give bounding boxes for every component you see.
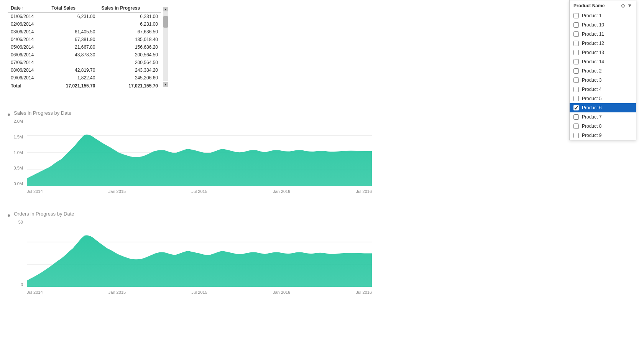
row-sales-progress: 156,686.20 <box>98 43 161 51</box>
filter-checkbox[interactable] <box>573 105 579 110</box>
col-total-sales[interactable]: Total Sales <box>49 4 99 13</box>
filter-checkbox[interactable] <box>573 133 579 138</box>
table-row: 09/06/2014 1,822.40 245,206.60 <box>8 74 161 82</box>
chart1-section: Sales in Progress by Date 2.0M 1.5M 1.0M… <box>8 110 560 196</box>
row-date: 08/06/2014 <box>8 66 49 74</box>
filter-item-label: Product 2 <box>582 68 601 74</box>
row-date: 05/06/2014 <box>8 43 49 51</box>
filter-header: Product Name ◇ ▼ <box>570 0 636 11</box>
chart1-title: Sales in Progress by Date <box>14 110 71 116</box>
filter-checkbox[interactable] <box>573 50 579 55</box>
chart1-container: 2.0M 1.5M 1.0M 0.5M 0.0M <box>8 119 372 196</box>
row-total-sales <box>49 59 99 66</box>
filter-item[interactable]: Product 2 <box>570 66 636 76</box>
table-area: Date Total Sales Sales in Progress 01/06… <box>8 4 161 97</box>
filter-checkbox[interactable] <box>573 59 579 64</box>
dropdown-icon[interactable]: ▼ <box>627 3 632 8</box>
filter-item-label: Product 11 <box>582 31 604 37</box>
col-date[interactable]: Date <box>8 4 49 13</box>
filter-item[interactable]: Product 12 <box>570 39 636 48</box>
filter-item[interactable]: Product 10 <box>570 20 636 30</box>
row-total-sales: 43,878.30 <box>49 51 99 59</box>
scroll-track <box>163 12 168 81</box>
chart1-x-labels: Jul 2014 Jan 2015 Jul 2015 Jan 2016 Jul … <box>27 187 372 196</box>
table-row: 04/06/2014 67,381.90 135,018.40 <box>8 36 161 43</box>
filter-item-label: Product 13 <box>582 50 604 55</box>
filter-item[interactable]: Product 6 <box>570 103 636 112</box>
chart2-section: Orders in Progress by Date 50 0 <box>8 211 560 296</box>
filter-item[interactable]: Product 13 <box>570 48 636 57</box>
row-date: 06/06/2014 <box>8 51 49 59</box>
scroll-thumb[interactable] <box>163 16 168 28</box>
chart1-dot <box>8 114 10 116</box>
row-date: 09/06/2014 <box>8 74 49 82</box>
filter-item[interactable]: Product 3 <box>570 76 636 85</box>
total-row: Total 17,021,155.70 17,021,155.70 <box>8 82 161 90</box>
filter-checkbox[interactable] <box>573 124 579 129</box>
filter-item[interactable]: Product 9 <box>570 131 636 140</box>
row-sales-progress: 6,231.00 <box>98 13 161 21</box>
filter-checkbox[interactable] <box>573 13 579 18</box>
main-container: Date Total Sales Sales in Progress 01/06… <box>0 0 644 359</box>
total-label: Total <box>8 82 49 90</box>
filter-item-label: Product 5 <box>582 96 601 101</box>
filter-item-label: Product 10 <box>582 22 604 28</box>
filter-checkbox[interactable] <box>573 22 579 28</box>
filter-item[interactable]: Product 4 <box>570 85 636 94</box>
table-row: 08/06/2014 42,819.70 243,384.20 <box>8 66 161 74</box>
filter-checkbox[interactable] <box>573 87 579 92</box>
scroll-up[interactable]: ▲ <box>163 7 168 12</box>
row-sales-progress: 200,564.50 <box>98 59 161 66</box>
row-date: 04/06/2014 <box>8 36 49 43</box>
filter-checkbox[interactable] <box>573 114 579 120</box>
row-sales-progress: 6,231.00 <box>98 20 161 28</box>
filter-item-label: Product 7 <box>582 114 601 120</box>
total-sales-value: 17,021,155.70 <box>49 82 99 90</box>
row-date: 02/06/2014 <box>8 20 49 28</box>
filter-item[interactable]: Product 7 <box>570 112 636 122</box>
filter-item-label: Product 4 <box>582 87 601 92</box>
row-total-sales: 42,819.70 <box>49 66 99 74</box>
filter-title: Product Name <box>573 3 605 8</box>
chart2-svg <box>27 220 372 287</box>
chart2-title: Orders in Progress by Date <box>14 211 74 217</box>
col-sales-progress[interactable]: Sales in Progress <box>98 4 161 13</box>
filter-item-label: Product 1 <box>582 13 601 18</box>
row-sales-progress: 243,384.20 <box>98 66 161 74</box>
row-total-sales: 6,231.00 <box>49 13 99 21</box>
table-row: 01/06/2014 6,231.00 6,231.00 <box>8 13 161 21</box>
row-total-sales: 67,381.90 <box>49 36 99 43</box>
filter-item[interactable]: Product 8 <box>570 122 636 131</box>
filter-item[interactable]: Product 11 <box>570 30 636 39</box>
table-row: 05/06/2014 21,667.80 156,686.20 <box>8 43 161 51</box>
row-sales-progress: 200,564.50 <box>98 51 161 59</box>
filter-item[interactable]: Product 5 <box>570 94 636 103</box>
row-total-sales: 1,822.40 <box>49 74 99 82</box>
chart2-container: 50 0 <box>8 220 372 296</box>
scroll-down[interactable]: ▼ <box>163 82 168 87</box>
chart2-area <box>27 220 372 287</box>
filter-checkbox[interactable] <box>573 96 579 101</box>
row-date: 01/06/2014 <box>8 13 49 21</box>
filter-checkbox[interactable] <box>573 41 579 46</box>
filter-header-icons: ◇ ▼ <box>621 3 632 8</box>
row-sales-progress: 135,018.40 <box>98 36 161 43</box>
table-scrollbar[interactable]: ▲ ▼ <box>163 12 168 81</box>
row-sales-progress: 245,206.60 <box>98 74 161 82</box>
row-date: 07/06/2014 <box>8 59 49 66</box>
row-total-sales <box>49 20 99 28</box>
filter-checkbox[interactable] <box>573 31 579 37</box>
filter-checkbox[interactable] <box>573 77 579 83</box>
filter-item-label: Product 6 <box>582 105 601 110</box>
filter-checkbox[interactable] <box>573 68 579 74</box>
chart2-y-labels: 50 0 <box>8 220 25 287</box>
chart2-dot <box>8 214 10 217</box>
chart1-area <box>27 119 372 186</box>
filter-item[interactable]: Product 14 <box>570 57 636 66</box>
row-total-sales: 21,667.80 <box>49 43 99 51</box>
filter-dropdown: Product Name ◇ ▼ Product 1Product 10Prod… <box>569 0 636 140</box>
filter-item[interactable]: Product 1 <box>570 11 636 20</box>
table-row: 02/06/2014 6,231.00 <box>8 20 161 28</box>
sort-icon[interactable]: ◇ <box>621 3 625 8</box>
chart2-x-labels: Jul 2014 Jan 2015 Jul 2015 Jan 2016 Jul … <box>27 288 372 296</box>
